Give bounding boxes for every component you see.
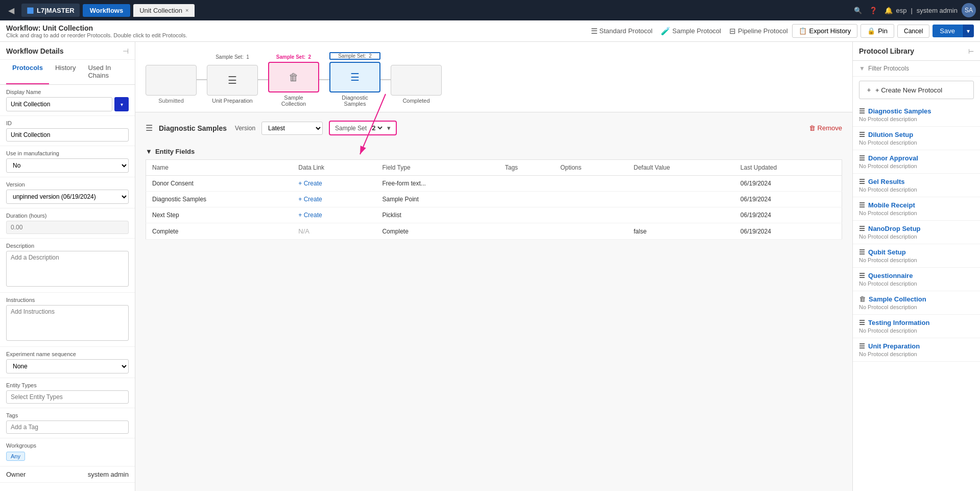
field-data-link[interactable]: + Create: [292, 207, 376, 223]
protocol-lib-desc: No Protocol description: [859, 210, 974, 216]
protocol-lib-item[interactable]: ☰ Testing Information No Protocol descri…: [853, 315, 980, 338]
description-label: Description: [6, 243, 129, 249]
protocol-lib-item[interactable]: ☰ Unit Preparation No Protocol descripti…: [853, 338, 980, 362]
connector-4: [380, 79, 391, 80]
active-tab[interactable]: Unit Collection ×: [133, 4, 195, 17]
sample-set-label: Sample Set: [335, 125, 367, 132]
create-link[interactable]: + Create: [298, 212, 322, 219]
tab-history[interactable]: History: [49, 60, 82, 84]
protocol-name-text: Gel Results: [868, 178, 905, 185]
protocol-lib-item[interactable]: ☰ Mobile Receipt No Protocol description: [853, 197, 980, 221]
connector-3: [319, 79, 329, 80]
bell-icon[interactable]: 🔔: [885, 7, 893, 14]
protocol-lib-item[interactable]: ☰ Qubit Setup No Protocol description: [853, 244, 980, 268]
diagnostic-samples-icon: ☰: [350, 71, 360, 83]
protocol-lib-item[interactable]: ☰ Donor Approval No Protocol description: [853, 150, 980, 174]
create-link[interactable]: + Create: [298, 180, 322, 187]
table-row: Next Step + Create Picklist 06/19/2024: [146, 207, 842, 223]
remove-button[interactable]: 🗑 Remove: [809, 124, 842, 132]
protocol-version-select[interactable]: Latest 1.0 2.0: [261, 122, 323, 135]
field-data-link[interactable]: + Create: [292, 192, 376, 207]
entity-fields-section: ▼ Entity Fields Name Data Link Field Typ…: [146, 144, 842, 240]
tab-protocols[interactable]: Protocols: [6, 60, 49, 84]
protocol-lib-desc: No Protocol description: [859, 351, 974, 357]
flow-node-completed[interactable]: Completed: [391, 65, 442, 104]
search-icon[interactable]: 🔍: [854, 7, 862, 14]
pipeline-icon: ⊟: [729, 27, 736, 36]
protocol-lib-item[interactable]: 🗑 Sample Collection No Protocol descript…: [853, 291, 980, 315]
protocol-list-icon: ☰: [859, 131, 865, 138]
create-link[interactable]: + Create: [298, 196, 322, 203]
flow-node-sample-collection[interactable]: 🗑 SampleCollection: [268, 62, 319, 107]
tab-row: Protocols History Used In Chains: [0, 60, 135, 85]
protocol-list-icon: ☰: [859, 319, 865, 326]
help-icon[interactable]: ❓: [869, 7, 877, 14]
tags-label: Tags: [6, 412, 129, 418]
save-button[interactable]: Save: [933, 25, 962, 37]
create-new-protocol-button[interactable]: ＋ + Create New Protocol: [859, 81, 974, 99]
protocol-lib-item[interactable]: ☰ Questionnaire No Protocol description: [853, 268, 980, 291]
display-name-input[interactable]: [6, 97, 112, 111]
protocol-list-icon: ☰: [859, 107, 865, 115]
protocol-lib-desc: No Protocol description: [859, 328, 974, 334]
protocol-lib-desc: No Protocol description: [859, 116, 974, 122]
protocol-lib-desc: No Protocol description: [859, 257, 974, 263]
id-input[interactable]: [6, 128, 129, 142]
protocol-lib-item[interactable]: ☰ Gel Results No Protocol description: [853, 174, 980, 197]
tab-used-in-chains[interactable]: Used In Chains: [82, 60, 129, 84]
cancel-button[interactable]: Cancel: [897, 25, 929, 38]
protocol-types: ☰ Standard Protocol 🧪 Sample Protocol ⊟ …: [591, 27, 788, 36]
diagnostic-samples-label: DiagnosticSamples: [342, 95, 368, 107]
sample-collection-label: SampleCollection: [281, 95, 306, 107]
description-textarea[interactable]: [6, 251, 129, 287]
save-dropdown-button[interactable]: ▾: [962, 25, 974, 37]
protocol-detail-icon: ☰: [146, 123, 153, 133]
use-in-manufacturing-select[interactable]: No Yes: [6, 158, 129, 173]
export-history-label: Export History: [809, 27, 851, 35]
toolbar: Workflow: Unit Collection Click and drag…: [0, 20, 980, 42]
export-history-button[interactable]: 📋 Export History: [792, 24, 858, 38]
list-icon: ☰: [591, 27, 597, 36]
flow-node-unit-preparation[interactable]: ☰ Unit Preparation: [207, 65, 258, 104]
sample-set-dropdown-icon: ▾: [387, 124, 391, 132]
duration-input[interactable]: [6, 221, 129, 234]
protocol-lib-name: ☰ Testing Information: [859, 319, 974, 326]
completed-node-box: [391, 65, 442, 96]
protocol-name-text: Qubit Setup: [868, 248, 906, 256]
filter-protocols-input[interactable]: [868, 65, 974, 72]
owner-label: Owner: [6, 471, 26, 478]
unit-prep-icon: ☰: [228, 74, 237, 86]
field-tags: [499, 192, 554, 207]
entity-types-input[interactable]: [6, 390, 129, 404]
workflows-button[interactable]: Workflows: [83, 4, 131, 17]
close-tab-button[interactable]: ×: [185, 7, 188, 13]
color-picker-button[interactable]: ▾: [114, 97, 129, 111]
pin-button[interactable]: 🔒 Pin: [861, 24, 894, 38]
field-data-link[interactable]: + Create: [292, 176, 376, 192]
duration-field: Duration (hours): [0, 208, 135, 239]
instructions-textarea[interactable]: [6, 305, 129, 341]
right-panel: Protocol Library ⊢ ▼ ＋ + Create New Prot…: [852, 42, 980, 491]
entity-fields-header[interactable]: ▼ Entity Fields: [146, 144, 842, 159]
protocol-lib-desc: No Protocol description: [859, 163, 974, 169]
sample-set-box: Sample Set 2 1 3 ▾: [329, 121, 397, 135]
left-panel: Workflow Details ⊣ Protocols History Use…: [0, 42, 135, 491]
protocol-lib-item[interactable]: ☰ NanoDrop Setup No Protocol description: [853, 221, 980, 244]
tags-input[interactable]: [6, 420, 129, 434]
collapse-right-panel-button[interactable]: ⊢: [968, 48, 974, 55]
experiment-sequence-select[interactable]: None: [6, 359, 129, 373]
flow-node-diagnostic-samples[interactable]: ☰ DiagnosticSamples: [329, 62, 380, 107]
collapse-left-panel-button[interactable]: ⊣: [123, 47, 129, 55]
field-default-value: [628, 176, 734, 192]
flow-node-submitted[interactable]: Submitted: [146, 65, 197, 104]
sample-collection-node-box: 🗑: [268, 62, 319, 92]
protocol-lib-item[interactable]: ☰ Dilution Setup No Protocol description: [853, 127, 980, 150]
field-last-updated: 06/19/2024: [734, 176, 842, 192]
sample-set-select[interactable]: 2 1 3: [370, 124, 384, 132]
version-select[interactable]: unpinned version (06/19/2024): [6, 190, 129, 204]
protocol-name-text: Dilution Setup: [868, 131, 913, 138]
owner-field: Owner system admin: [0, 466, 135, 483]
protocol-list-icon: ☰: [859, 248, 865, 256]
protocol-lib-item[interactable]: ☰ Diagnostic Samples No Protocol descrip…: [853, 103, 980, 127]
back-button[interactable]: ◀: [4, 4, 18, 17]
